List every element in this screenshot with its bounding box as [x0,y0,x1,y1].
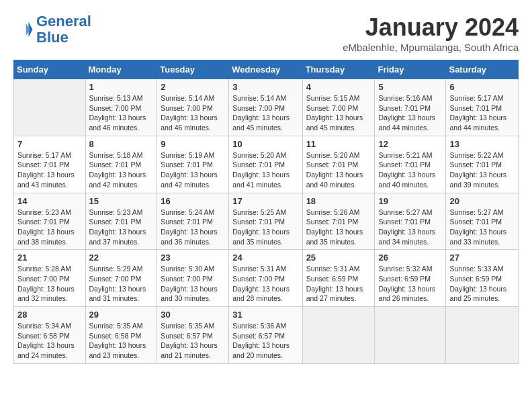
day-cell: 1Sunrise: 5:13 AM Sunset: 7:00 PM Daylig… [85,79,157,136]
day-cell: 14Sunrise: 5:23 AM Sunset: 7:01 PM Dayli… [14,193,86,250]
day-detail: Sunrise: 5:33 AM Sunset: 6:59 PM Dayligh… [449,264,515,304]
weekday-header-wednesday: Wednesday [229,60,302,79]
day-number: 13 [449,139,515,149]
day-detail: Sunrise: 5:31 AM Sunset: 6:59 PM Dayligh… [306,264,371,304]
day-cell: 5Sunrise: 5:16 AM Sunset: 7:01 PM Daylig… [375,79,446,136]
day-detail: Sunrise: 5:14 AM Sunset: 7:00 PM Dayligh… [232,93,298,133]
day-cell: 20Sunrise: 5:27 AM Sunset: 7:01 PM Dayli… [446,193,519,250]
week-row-2: 7Sunrise: 5:17 AM Sunset: 7:01 PM Daylig… [14,136,519,193]
day-cell [446,307,519,364]
day-detail: Sunrise: 5:30 AM Sunset: 7:00 PM Dayligh… [161,264,225,304]
day-number: 30 [161,310,225,320]
day-cell: 12Sunrise: 5:21 AM Sunset: 7:01 PM Dayli… [375,136,446,193]
day-detail: Sunrise: 5:24 AM Sunset: 7:01 PM Dayligh… [161,208,225,247]
day-detail: Sunrise: 5:15 AM Sunset: 7:00 PM Dayligh… [306,93,371,133]
day-detail: Sunrise: 5:20 AM Sunset: 7:01 PM Dayligh… [306,150,371,190]
logo-icon [13,19,34,40]
calendar-table: SundayMondayTuesdayWednesdayThursdayFrid… [13,60,519,364]
day-detail: Sunrise: 5:36 AM Sunset: 6:57 PM Dayligh… [232,321,298,361]
day-detail: Sunrise: 5:27 AM Sunset: 7:01 PM Dayligh… [449,208,515,247]
day-cell [302,307,375,364]
day-cell: 17Sunrise: 5:25 AM Sunset: 7:01 PM Dayli… [229,193,302,250]
day-detail: Sunrise: 5:32 AM Sunset: 6:59 PM Dayligh… [378,264,442,304]
day-number: 16 [161,196,225,206]
day-cell: 13Sunrise: 5:22 AM Sunset: 7:01 PM Dayli… [446,136,519,193]
day-cell: 2Sunrise: 5:14 AM Sunset: 7:00 PM Daylig… [157,79,229,136]
day-number: 1 [89,82,154,92]
day-number: 5 [378,82,442,92]
title-area: January 2024 eMbalenhle, Mpumalanga, Sou… [343,13,519,53]
page-header: General Blue January 2024 eMbalenhle, Mp… [13,13,519,53]
day-cell: 29Sunrise: 5:35 AM Sunset: 6:58 PM Dayli… [85,307,157,364]
day-cell: 4Sunrise: 5:15 AM Sunset: 7:00 PM Daylig… [302,79,375,136]
day-number: 20 [449,196,515,206]
day-number: 15 [89,196,154,206]
day-number: 4 [306,82,371,92]
day-number: 11 [306,139,371,149]
day-number: 3 [232,82,298,92]
day-number: 26 [378,253,442,263]
day-cell: 26Sunrise: 5:32 AM Sunset: 6:59 PM Dayli… [375,250,446,307]
day-number: 14 [17,196,82,206]
weekday-header-monday: Monday [85,60,157,79]
day-detail: Sunrise: 5:13 AM Sunset: 7:00 PM Dayligh… [89,93,154,133]
day-detail: Sunrise: 5:23 AM Sunset: 7:01 PM Dayligh… [17,208,82,247]
day-number: 18 [306,196,371,206]
day-cell: 3Sunrise: 5:14 AM Sunset: 7:00 PM Daylig… [229,79,302,136]
day-cell [14,79,86,136]
day-detail: Sunrise: 5:17 AM Sunset: 7:01 PM Dayligh… [17,150,82,190]
day-number: 25 [306,253,371,263]
month-title: January 2024 [343,13,519,42]
day-detail: Sunrise: 5:18 AM Sunset: 7:01 PM Dayligh… [89,150,154,190]
weekday-header-row: SundayMondayTuesdayWednesdayThursdayFrid… [14,60,519,79]
day-number: 6 [449,82,515,92]
day-number: 31 [232,310,298,320]
weekday-header-tuesday: Tuesday [157,60,229,79]
day-number: 21 [17,253,82,263]
weekday-header-sunday: Sunday [14,60,86,79]
day-detail: Sunrise: 5:28 AM Sunset: 7:00 PM Dayligh… [17,264,82,304]
week-row-1: 1Sunrise: 5:13 AM Sunset: 7:00 PM Daylig… [14,79,519,136]
day-detail: Sunrise: 5:14 AM Sunset: 7:00 PM Dayligh… [161,93,225,133]
week-row-3: 14Sunrise: 5:23 AM Sunset: 7:01 PM Dayli… [14,193,519,250]
day-number: 29 [89,310,154,320]
day-cell: 6Sunrise: 5:17 AM Sunset: 7:01 PM Daylig… [446,79,519,136]
day-cell: 30Sunrise: 5:35 AM Sunset: 6:57 PM Dayli… [157,307,229,364]
day-number: 17 [232,196,298,206]
logo-text: General Blue [36,13,91,46]
weekday-header-saturday: Saturday [446,60,519,79]
day-cell: 25Sunrise: 5:31 AM Sunset: 6:59 PM Dayli… [302,250,375,307]
day-cell: 19Sunrise: 5:27 AM Sunset: 7:01 PM Dayli… [375,193,446,250]
day-detail: Sunrise: 5:23 AM Sunset: 7:01 PM Dayligh… [89,208,154,247]
day-cell: 18Sunrise: 5:26 AM Sunset: 7:01 PM Dayli… [302,193,375,250]
day-cell: 10Sunrise: 5:20 AM Sunset: 7:01 PM Dayli… [229,136,302,193]
day-number: 27 [449,253,515,263]
day-cell: 22Sunrise: 5:29 AM Sunset: 7:00 PM Dayli… [85,250,157,307]
day-cell: 24Sunrise: 5:31 AM Sunset: 7:00 PM Dayli… [229,250,302,307]
day-detail: Sunrise: 5:27 AM Sunset: 7:01 PM Dayligh… [378,208,442,247]
weekday-header-thursday: Thursday [302,60,375,79]
day-number: 24 [232,253,298,263]
weekday-header-friday: Friday [375,60,446,79]
day-cell: 28Sunrise: 5:34 AM Sunset: 6:58 PM Dayli… [14,307,86,364]
day-detail: Sunrise: 5:35 AM Sunset: 6:57 PM Dayligh… [161,321,225,361]
day-cell: 31Sunrise: 5:36 AM Sunset: 6:57 PM Dayli… [229,307,302,364]
day-cell: 16Sunrise: 5:24 AM Sunset: 7:01 PM Dayli… [157,193,229,250]
day-cell: 21Sunrise: 5:28 AM Sunset: 7:00 PM Dayli… [14,250,86,307]
day-detail: Sunrise: 5:31 AM Sunset: 7:00 PM Dayligh… [232,264,298,304]
day-detail: Sunrise: 5:16 AM Sunset: 7:01 PM Dayligh… [378,93,442,133]
day-number: 23 [161,253,225,263]
day-cell [375,307,446,364]
day-cell: 27Sunrise: 5:33 AM Sunset: 6:59 PM Dayli… [446,250,519,307]
day-detail: Sunrise: 5:25 AM Sunset: 7:01 PM Dayligh… [232,208,298,247]
day-number: 12 [378,139,442,149]
day-detail: Sunrise: 5:19 AM Sunset: 7:01 PM Dayligh… [161,150,225,190]
day-number: 2 [161,82,225,92]
day-number: 19 [378,196,442,206]
day-cell: 9Sunrise: 5:19 AM Sunset: 7:01 PM Daylig… [157,136,229,193]
day-detail: Sunrise: 5:26 AM Sunset: 7:01 PM Dayligh… [306,208,371,247]
day-number: 9 [161,139,225,149]
day-cell: 8Sunrise: 5:18 AM Sunset: 7:01 PM Daylig… [85,136,157,193]
day-number: 10 [232,139,298,149]
day-detail: Sunrise: 5:29 AM Sunset: 7:00 PM Dayligh… [89,264,154,304]
